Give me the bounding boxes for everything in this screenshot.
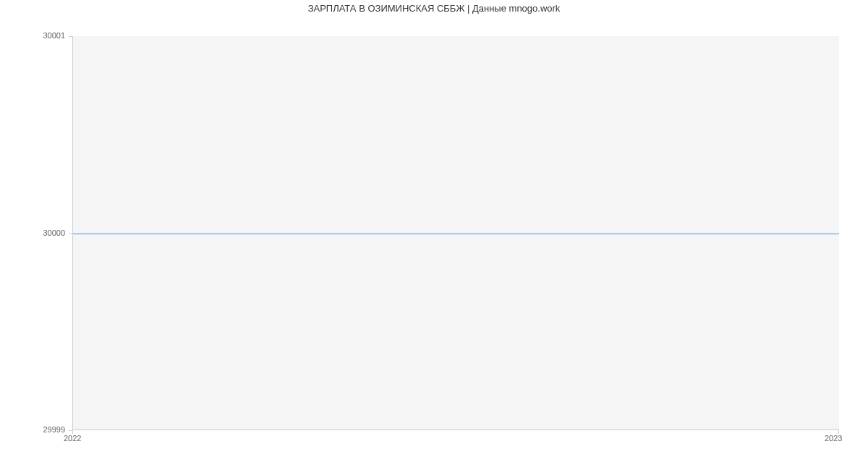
x-tick-label: 2023 xyxy=(825,434,842,443)
y-tick-label: 30000 xyxy=(0,228,65,237)
y-tick-label: 29999 xyxy=(0,425,65,434)
x-tick-label: 2022 xyxy=(64,434,81,443)
plot-area xyxy=(72,36,839,430)
y-tick-label: 30001 xyxy=(0,31,65,40)
chart-title: ЗАРПЛАТА В ОЗИМИНСКАЯ СББЖ | Данные mnog… xyxy=(0,3,868,14)
data-series-line xyxy=(73,234,839,234)
line-chart: ЗАРПЛАТА В ОЗИМИНСКАЯ СББЖ | Данные mnog… xyxy=(0,0,868,470)
